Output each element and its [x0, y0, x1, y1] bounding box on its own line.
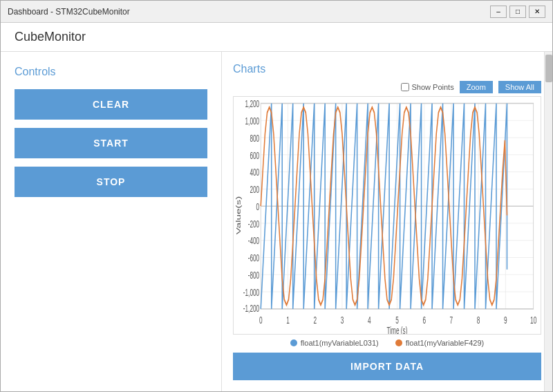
svg-text:-800: -800: [248, 269, 260, 281]
show-points-text: Show Points: [412, 83, 454, 91]
chart-svg: 1,200 1,000 800 600 400 200: [234, 97, 541, 334]
import-data-button[interactable]: IMPORT DATA: [233, 353, 541, 380]
svg-text:6: 6: [422, 314, 426, 326]
show-all-button[interactable]: Show All: [498, 81, 541, 93]
show-points-label[interactable]: Show Points: [401, 83, 454, 91]
title-bar-text: Dashboard - STM32CubeMonitor: [8, 7, 130, 17]
svg-text:-200: -200: [248, 218, 260, 230]
y-axis-label: Value(s): [236, 196, 242, 235]
title-bar: Dashboard - STM32CubeMonitor – □ ✕: [1, 1, 552, 23]
legend-item-l031: float1(myVariableL031): [290, 339, 379, 347]
legend-dot-f429: [395, 339, 402, 346]
svg-text:8: 8: [477, 314, 480, 326]
main-content: Controls CLEAR START STOP Charts Show Po…: [1, 52, 552, 391]
legend-label-f429: float1(myVariableF429): [406, 339, 485, 347]
svg-text:-1,200: -1,200: [243, 302, 260, 314]
show-points-checkbox[interactable]: [401, 83, 409, 91]
app-title: CubeMonitor: [15, 30, 86, 44]
svg-text:2: 2: [313, 314, 317, 326]
app-header: CubeMonitor: [1, 23, 552, 52]
svg-text:0: 0: [259, 314, 263, 326]
svg-text:-600: -600: [248, 252, 260, 264]
title-bar-buttons: – □ ✕: [490, 6, 545, 18]
chart-legend: float1(myVariableL031) float1(myVariable…: [233, 339, 541, 347]
svg-text:10: 10: [530, 314, 536, 326]
svg-text:-400: -400: [248, 235, 260, 247]
svg-text:200: 200: [250, 183, 259, 195]
maximize-button[interactable]: □: [509, 6, 526, 18]
close-button[interactable]: ✕: [529, 6, 545, 18]
svg-text:1,000: 1,000: [245, 115, 260, 127]
controls-section-title: Controls: [15, 66, 207, 78]
legend-dot-l031: [290, 339, 297, 346]
zoom-button[interactable]: Zoom: [460, 81, 493, 93]
clear-button[interactable]: CLEAR: [15, 89, 207, 120]
scrollbar-thumb[interactable]: [545, 55, 552, 82]
charts-section-title: Charts: [233, 63, 541, 75]
svg-text:4: 4: [368, 314, 371, 326]
x-axis-label: Time (s): [386, 324, 407, 334]
scrollbar[interactable]: [544, 52, 552, 391]
svg-text:1: 1: [286, 314, 290, 326]
chart-controls: Show Points Zoom Show All: [233, 81, 541, 93]
chart-wrapper: 1,200 1,000 800 600 400 200: [233, 96, 541, 335]
svg-text:600: 600: [250, 149, 259, 161]
svg-text:7: 7: [450, 314, 453, 326]
legend-label-l031: float1(myVariableL031): [301, 339, 379, 347]
svg-text:3: 3: [341, 314, 344, 326]
svg-text:0: 0: [256, 200, 260, 212]
svg-text:1,200: 1,200: [245, 98, 260, 110]
stop-button[interactable]: STOP: [15, 167, 207, 197]
legend-item-f429: float1(myVariableF429): [395, 339, 485, 347]
minimize-button[interactable]: –: [490, 6, 507, 18]
svg-text:9: 9: [504, 314, 507, 326]
start-button[interactable]: START: [15, 128, 207, 158]
svg-text:800: 800: [250, 132, 259, 144]
sidebar: Controls CLEAR START STOP: [1, 52, 222, 391]
svg-text:400: 400: [250, 167, 259, 178]
svg-text:-1,000: -1,000: [243, 286, 260, 298]
chart-area: Charts Show Points Zoom Show All: [222, 52, 552, 391]
